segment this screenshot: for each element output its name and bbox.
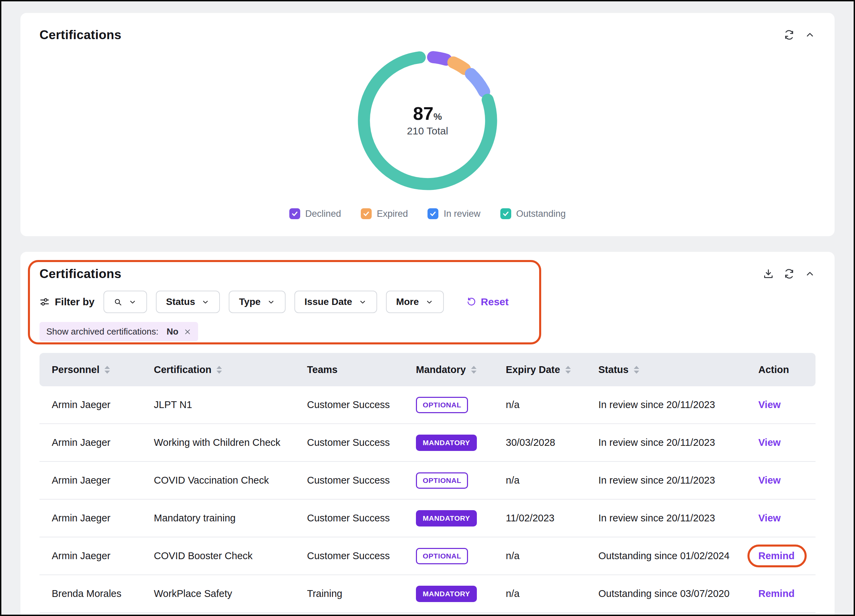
column-header-certification[interactable]: Certification (154, 364, 307, 375)
column-header-expiry-date[interactable]: Expiry Date (506, 364, 598, 375)
checkbox-in-review-icon (428, 208, 438, 219)
issue-date-filter-dropdown[interactable]: Issue Date (294, 291, 377, 313)
collapse-chevron-up-icon[interactable] (804, 268, 815, 279)
cell-personnel: Brenda Morales (52, 588, 154, 599)
refresh-icon[interactable] (783, 29, 795, 40)
chevron-down-icon (359, 298, 367, 306)
mandatory-badge: MANDATORY (416, 435, 477, 451)
mandatory-badge: OPTIONAL (416, 472, 468, 489)
legend-label: Outstanding (516, 208, 566, 219)
legend-item-declined[interactable]: Declined (289, 208, 341, 219)
cell-teams: Customer Success (307, 437, 416, 448)
cell-status: Outstanding since 01/02/2024 (598, 550, 758, 562)
more-filter-dropdown[interactable]: More (386, 291, 444, 313)
mandatory-badge: MANDATORY (416, 510, 477, 527)
summary-card-title: Certifications (40, 28, 121, 42)
sliders-icon (40, 297, 50, 307)
search-filter-dropdown[interactable] (103, 291, 147, 313)
column-header-teams: Teams (307, 364, 416, 375)
sort-icon (565, 366, 571, 374)
collapse-chevron-up-icon[interactable] (804, 29, 815, 40)
donut-legend: Declined Expired In review Outstanding (40, 208, 815, 219)
legend-label: Expired (377, 208, 408, 219)
cell-expiry-date: n/a (506, 550, 598, 562)
column-header-mandatory[interactable]: Mandatory (416, 364, 506, 375)
chip-value: No (167, 326, 178, 337)
table-row: Brenda Morales WorkPlace Safety Training… (40, 575, 815, 613)
chip-text: Show archived certifications: (46, 326, 158, 337)
reset-filters-button[interactable]: Reset (466, 296, 509, 308)
view-action-link[interactable]: View (758, 399, 781, 410)
cell-personnel: Armin Jaeger (52, 475, 154, 486)
column-header-status[interactable]: Status (598, 364, 758, 375)
cell-status: Outstanding since 03/07/2020 (598, 588, 758, 599)
type-filter-dropdown[interactable]: Type (229, 291, 285, 313)
cell-status: In review since 20/11/2023 (598, 475, 758, 486)
cell-personnel: Armin Jaeger (52, 513, 154, 524)
cell-personnel: Armin Jaeger (52, 550, 154, 562)
cell-certification: COVID Booster Check (154, 550, 307, 562)
filter-bar: Filter by Status Type Issue Date More Re… (40, 291, 815, 313)
donut-percent-value: 87% (413, 104, 442, 123)
chevron-down-icon (425, 298, 434, 306)
cell-expiry-date: n/a (506, 475, 598, 486)
cell-teams: Customer Success (307, 399, 416, 411)
donut-total-label: 210 Total (407, 125, 448, 137)
legend-item-outstanding[interactable]: Outstanding (500, 208, 566, 219)
sort-icon (634, 366, 639, 374)
legend-label: In review (443, 208, 480, 219)
chevron-down-icon (201, 298, 210, 306)
cell-status: In review since 20/11/2023 (598, 437, 758, 448)
column-header-personnel[interactable]: Personnel (52, 364, 154, 375)
filter-by-label: Filter by (40, 296, 95, 308)
cell-status: In review since 20/11/2023 (598, 513, 758, 524)
cell-personnel: Armin Jaeger (52, 437, 154, 448)
checkbox-outstanding-icon (500, 208, 511, 219)
status-filter-dropdown[interactable]: Status (156, 291, 220, 313)
remind-action-link[interactable]: Remind (758, 588, 794, 599)
sort-icon (471, 366, 477, 374)
archived-filter-chip: Show archived certifications:No (40, 322, 198, 341)
cell-status: In review since 20/11/2023 (598, 399, 758, 411)
view-action-link[interactable]: View (758, 475, 781, 486)
legend-label: Declined (305, 208, 341, 219)
cell-personnel: Armin Jaeger (52, 399, 154, 411)
table-row: Armin Jaeger Mandatory training Customer… (40, 500, 815, 537)
cell-teams: Training (307, 588, 416, 599)
remind-action-link[interactable]: Remind (758, 550, 794, 561)
sort-icon (216, 366, 222, 374)
table-row: Armin Jaeger COVID Booster Check Custome… (40, 537, 815, 575)
cell-teams: Customer Success (307, 513, 416, 524)
refresh-icon[interactable] (783, 268, 795, 279)
cell-teams: Customer Success (307, 475, 416, 486)
cell-expiry-date: n/a (506, 399, 598, 411)
table-header-row: Personnel Certification Teams Mandatory … (40, 353, 815, 386)
mandatory-badge: OPTIONAL (416, 397, 468, 413)
table-row: Armin Jaeger COVID Vaccination Check Cus… (40, 462, 815, 500)
cell-expiry-date: 30/03/2028 (506, 437, 598, 448)
legend-item-expired[interactable]: Expired (361, 208, 408, 219)
close-icon[interactable] (184, 328, 191, 336)
checkbox-declined-icon (289, 208, 300, 219)
table-card-title: Certifications (40, 267, 121, 281)
cell-expiry-date: n/a (506, 588, 598, 599)
download-icon[interactable] (763, 268, 774, 279)
chevron-down-icon (128, 298, 137, 306)
cell-certification: WorkPlace Safety (154, 588, 307, 599)
mandatory-badge: MANDATORY (416, 586, 477, 602)
legend-item-in-review[interactable]: In review (428, 208, 480, 219)
cell-certification: Mandatory training (154, 513, 307, 524)
sort-icon (104, 366, 110, 374)
cell-certification: COVID Vaccination Check (154, 475, 307, 486)
mandatory-badge: OPTIONAL (416, 548, 468, 564)
dashboard-page: { "colors": { "accent_purple": "#7c3aed"… (0, 0, 855, 616)
view-action-link[interactable]: View (758, 437, 781, 448)
view-action-link[interactable]: View (758, 513, 781, 523)
cell-certification: Working with Children Check (154, 437, 307, 448)
search-icon (114, 298, 122, 306)
cell-certification: JLPT N1 (154, 399, 307, 411)
table-row: Armin Jaeger JLPT N1 Customer Success OP… (40, 386, 815, 424)
cell-expiry-date: 11/02/2023 (506, 513, 598, 524)
cell-teams: Customer Success (307, 550, 416, 562)
checkbox-expired-icon (361, 208, 372, 219)
